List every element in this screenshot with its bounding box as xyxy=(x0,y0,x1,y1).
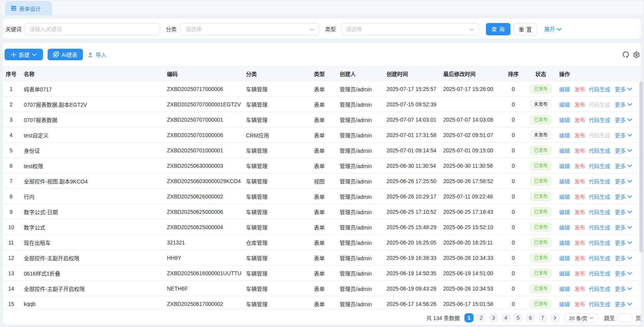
svg-text:AI: AI xyxy=(56,52,58,55)
